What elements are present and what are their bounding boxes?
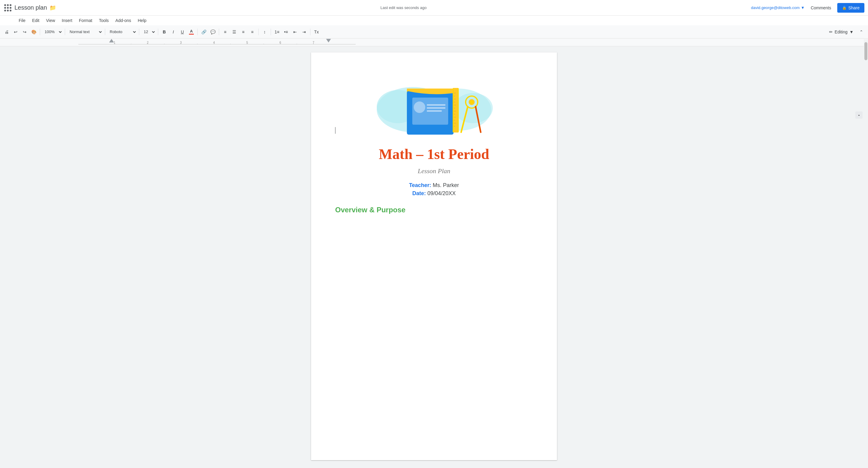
toolbar-sep-4 — [139, 29, 139, 35]
menu-edit[interactable]: Edit — [29, 17, 42, 24]
menu-help[interactable]: Help — [135, 17, 150, 24]
pencil-icon: ✏ — [829, 30, 833, 34]
apps-menu-icon[interactable] — [4, 4, 12, 12]
align-left-button[interactable]: ≡ — [221, 28, 229, 36]
clear-formatting-button[interactable]: Tx — [312, 28, 321, 36]
date-label: Date: — [412, 190, 426, 196]
menu-format[interactable]: Format — [76, 17, 95, 24]
editing-dropdown-arrow: ▼ — [849, 30, 854, 34]
editing-mode-button[interactable]: ✏ Editing ▼ — [826, 28, 857, 36]
folder-icon[interactable]: 📁 — [50, 4, 56, 11]
inline-comment-icon[interactable]: ▪ — [855, 111, 863, 119]
date-value: 09/04/20XX — [427, 190, 456, 196]
teacher-line: Teacher: Ms. Parker — [335, 182, 533, 189]
italic-button[interactable]: I — [169, 28, 178, 36]
align-right-button[interactable]: ≡ — [239, 28, 247, 36]
paint-format-button[interactable]: 🎨 — [30, 28, 38, 36]
line-spacing-button[interactable]: ↕ — [260, 28, 269, 36]
last-edit-status: Last edit was seconds ago — [380, 5, 427, 10]
bold-button[interactable]: B — [160, 28, 168, 36]
toolbar-sep-7 — [219, 29, 219, 35]
svg-point-30 — [414, 102, 425, 113]
comments-button[interactable]: Comments — [807, 4, 835, 12]
top-bar: Lesson plan 📁 Last edit was seconds ago … — [0, 0, 868, 16]
editing-label: Editing — [835, 30, 847, 34]
print-button[interactable]: 🖨 — [2, 28, 11, 36]
share-label: Share — [848, 5, 860, 10]
doc-main-title: Math – 1st Period — [335, 146, 533, 162]
section-overview: Overview & Purpose — [335, 206, 533, 214]
svg-rect-32 — [427, 107, 445, 109]
svg-marker-21 — [109, 39, 114, 42]
text-cursor — [335, 127, 336, 134]
numbered-list-button[interactable]: 1≡ — [273, 28, 281, 36]
bulleted-list-button[interactable]: •≡ — [282, 28, 290, 36]
toolbar-sep-1 — [40, 29, 40, 35]
comment-button[interactable]: 💬 — [209, 28, 217, 36]
ruler: 1 2 3 4 5 6 7 — [0, 38, 868, 46]
zoom-select[interactable]: 100% 75% 125% 150% — [42, 28, 63, 36]
menu-insert[interactable]: Insert — [59, 17, 75, 24]
increase-indent-button[interactable]: ⇥ — [300, 28, 308, 36]
svg-marker-22 — [326, 39, 331, 42]
share-button[interactable]: 🔒 Share — [837, 3, 864, 13]
link-button[interactable]: 🔗 — [199, 28, 208, 36]
user-dropdown-arrow[interactable]: ▼ — [801, 5, 805, 10]
teacher-value: Ms. Parker — [433, 182, 459, 188]
doc-subtitle: Lesson Plan — [335, 167, 533, 175]
toolbar-sep-2 — [65, 29, 65, 35]
svg-rect-33 — [427, 110, 442, 112]
collapse-toolbar-button[interactable]: ⌃ — [857, 28, 866, 36]
svg-rect-35 — [454, 88, 458, 133]
lock-icon: 🔒 — [842, 6, 846, 10]
style-select[interactable]: Normal text Heading 1 Heading 2 Title — [67, 28, 103, 36]
decrease-indent-button[interactable]: ⇤ — [291, 28, 299, 36]
toolbar-sep-3 — [105, 29, 105, 35]
menu-addons[interactable]: Add-ons — [113, 17, 134, 24]
text-color-letter: A — [190, 29, 193, 33]
font-size-select[interactable]: 12 10 14 18 24 — [141, 28, 156, 36]
redo-button[interactable]: ↪ — [21, 28, 29, 36]
doc-title[interactable]: Lesson plan — [14, 4, 47, 11]
comment-icon: ▪ — [858, 113, 860, 117]
menu-bar: File Edit View Insert Format Tools Add-o… — [0, 16, 868, 25]
scroll-thumb[interactable] — [864, 42, 867, 60]
text-color-button[interactable]: A — [187, 28, 195, 36]
toolbar-sep-5 — [158, 29, 158, 35]
menu-view[interactable]: View — [43, 17, 58, 24]
undo-button[interactable]: ↩ — [11, 28, 20, 36]
teacher-label: Teacher: — [409, 182, 431, 188]
menu-file[interactable]: File — [16, 17, 29, 24]
text-color-bar — [189, 34, 194, 35]
scrollbar[interactable] — [864, 39, 868, 466]
menu-tools[interactable]: Tools — [96, 17, 112, 24]
math-illustration — [371, 70, 497, 137]
ruler-svg: 1 2 3 4 5 6 7 — [79, 38, 355, 46]
user-email: david.george@ditoweb.com — [751, 5, 800, 10]
svg-point-53 — [470, 100, 473, 104]
align-justify-button[interactable]: ≡ — [248, 28, 256, 36]
align-center-button[interactable]: ☰ — [230, 28, 239, 36]
doc-meta: Teacher: Ms. Parker Date: 09/04/20XX — [335, 182, 533, 197]
toolbar: 🖨 ↩ ↪ 🎨 100% 75% 125% 150% Normal text H… — [0, 25, 868, 38]
document-page[interactable]: Math – 1st Period Lesson Plan Teacher: M… — [311, 53, 557, 460]
user-account[interactable]: david.george@ditoweb.com ▼ — [751, 5, 805, 10]
underline-button[interactable]: U — [178, 28, 187, 36]
header-illustration — [335, 70, 533, 137]
svg-rect-31 — [427, 104, 445, 106]
font-select[interactable]: Roboto Arial Times New Roman — [107, 28, 137, 36]
document-area: Math – 1st Period Lesson Plan Teacher: M… — [0, 46, 868, 466]
date-line: Date: 09/04/20XX — [335, 190, 533, 197]
toolbar-sep-9 — [271, 29, 271, 35]
toolbar-sep-10 — [310, 29, 310, 35]
toolbar-sep-6 — [197, 29, 198, 35]
